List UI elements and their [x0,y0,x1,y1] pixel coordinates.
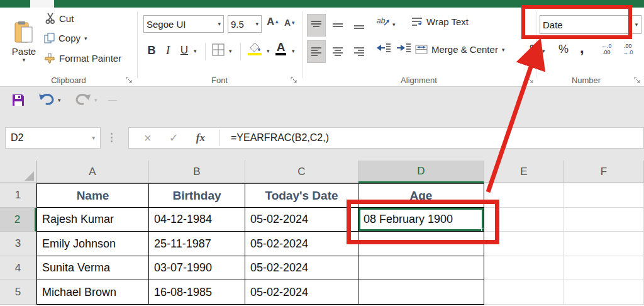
merge-center-button[interactable]: Merge & Center ▾ [415,44,504,55]
paste-dropdown-arrow[interactable]: ▾ [23,57,26,63]
cell-C2[interactable]: 05-02-2024 [245,208,358,232]
fx-icon[interactable]: fx [196,132,205,144]
align-center-button[interactable] [328,40,347,63]
cell-D4[interactable] [358,256,484,280]
formula-input[interactable]: =YEARFRAC(B2,C2,) [231,132,329,144]
font-dialog-launcher[interactable] [291,77,297,84]
cut-button[interactable]: Cut [45,13,74,24]
cell-F5[interactable] [564,280,644,305]
clipboard-group-label: Clipboard [0,76,137,85]
column-header-E[interactable]: E [484,161,564,183]
cell-F2[interactable] [564,208,644,232]
orientation-dropdown-arrow[interactable]: ▾ [392,21,396,28]
decrease-decimal-button[interactable]: .00→.0 [623,43,633,55]
name-box-dropdown-arrow[interactable]: ▾ [92,135,95,141]
cell-E5[interactable] [484,280,564,305]
enter-icon[interactable]: ✓ [169,131,179,145]
shrink-font-icon: A [284,18,291,27]
format-painter-button[interactable]: Format Painter [44,53,121,64]
qat-customize-dash[interactable]: — [108,94,117,105]
row-header-5[interactable]: 5 [0,280,36,305]
name-box[interactable]: D2 ▾ [5,127,101,149]
font-color-button[interactable]: A [275,41,286,55]
merge-center-dropdown-arrow[interactable]: ▾ [502,47,505,53]
row-header-3[interactable]: 3 [0,232,36,256]
clipboard-dialog-launcher[interactable] [126,77,133,84]
cell-F1[interactable] [564,183,644,208]
row-header-1[interactable]: 1 [0,183,36,208]
accounting-dropdown-arrow[interactable]: ▾ [542,48,545,54]
font-name-combo[interactable]: Segoe UI ▾ [143,15,224,33]
cell-A4[interactable]: Sunita Verma [36,256,149,280]
underline-dropdown-arrow[interactable]: ▾ [194,48,197,54]
cell-A5[interactable]: Michael Brown [36,280,149,305]
undo-button[interactable] [38,92,55,107]
cell-A1[interactable]: Name [36,183,149,208]
font-color-dropdown-arrow[interactable]: ▾ [292,48,295,54]
dots-separator[interactable] [111,133,113,142]
cell-B2[interactable]: 04-12-1984 [149,208,245,232]
cell-B4[interactable]: 03-07-1990 [149,256,245,280]
redo-button[interactable] [74,92,92,107]
formula-bar[interactable]: × ✓ fx =YEARFRAC(B2,C2,) [128,127,644,149]
align-right-button[interactable] [350,40,369,63]
cell-E4[interactable] [484,256,564,280]
decrease-font-size-button[interactable]: A ▼ [284,18,296,27]
borders-dropdown-arrow[interactable]: ▾ [229,48,232,54]
column-header-A[interactable]: A [36,161,149,183]
column-header-B[interactable]: B [149,161,245,183]
bottom-align-button[interactable] [350,14,369,37]
cut-label: Cut [59,13,74,24]
italic-button[interactable]: I [161,42,175,59]
align-left-button[interactable] [307,40,326,63]
percent-style-button[interactable]: % [558,43,569,56]
cell-B5[interactable]: 16-08-1985 [149,280,245,305]
redo-dropdown-arrow[interactable]: ▾ [94,97,97,103]
comma-style-button[interactable]: , [580,39,584,57]
font-size-combo[interactable]: 9.5 ▾ [228,15,262,33]
row-header-2[interactable]: 2 [0,208,36,232]
top-align-button[interactable] [307,14,326,37]
orientation-button[interactable]: ab [376,15,390,28]
select-all-corner[interactable] [0,161,36,183]
increase-indent-button[interactable] [396,43,411,53]
fill-color-dropdown-arrow[interactable]: ▾ [267,48,270,54]
cell-C1[interactable]: Today's Date [245,183,358,208]
paste-button[interactable]: Paste ▾ [8,11,40,72]
borders-button[interactable] [211,43,225,57]
cell-B3[interactable]: 25-11-1987 [149,232,245,256]
fill-color-button[interactable] [247,42,263,55]
decrease-indent-button[interactable] [376,43,391,53]
alignment-dialog-launcher[interactable] [527,77,534,84]
number-dialog-launcher[interactable] [634,77,641,84]
cell-C5[interactable]: 05-02-2024 [245,280,358,305]
copy-dropdown-arrow[interactable]: ▾ [84,35,87,42]
cell-F4[interactable] [564,256,644,280]
cell-C3[interactable]: 05-02-2024 [245,232,358,256]
column-header-C[interactable]: C [245,161,358,183]
cell-A3[interactable]: Emily Johnson [36,232,149,256]
underline-button[interactable]: U [177,42,191,59]
cell-C4[interactable]: 05-02-2024 [245,256,358,280]
font-name-dropdown-arrow[interactable]: ▾ [218,21,221,27]
column-header-F[interactable]: F [564,161,644,183]
bold-button[interactable]: B [145,42,158,59]
font-size-dropdown-arrow[interactable]: ▾ [255,21,258,27]
middle-align-button[interactable] [328,14,347,37]
cell-F3[interactable] [564,232,644,256]
increase-font-size-button[interactable]: A ▲ [267,16,279,27]
save-button[interactable] [11,93,25,107]
copy-button[interactable]: Copy ▾ [44,33,87,43]
number-format-dropdown-button[interactable]: ▾ [631,15,641,34]
accounting-format-button[interactable]: $ [530,43,535,55]
row-header-4[interactable]: 4 [0,256,36,280]
wrap-text-button[interactable]: Wrap Text [411,16,469,27]
undo-dropdown-arrow[interactable]: ▾ [58,97,61,103]
increase-decimal-button[interactable]: ←.0.00 [601,43,612,55]
alignment-group-label: Alignment [302,76,536,85]
column-header-D[interactable]: D [358,161,484,183]
cell-D5[interactable] [358,280,484,305]
cell-A2[interactable]: Rajesh Kumar [36,208,149,232]
cancel-icon[interactable]: × [144,131,152,145]
cell-B1[interactable]: Birthday [149,183,245,208]
